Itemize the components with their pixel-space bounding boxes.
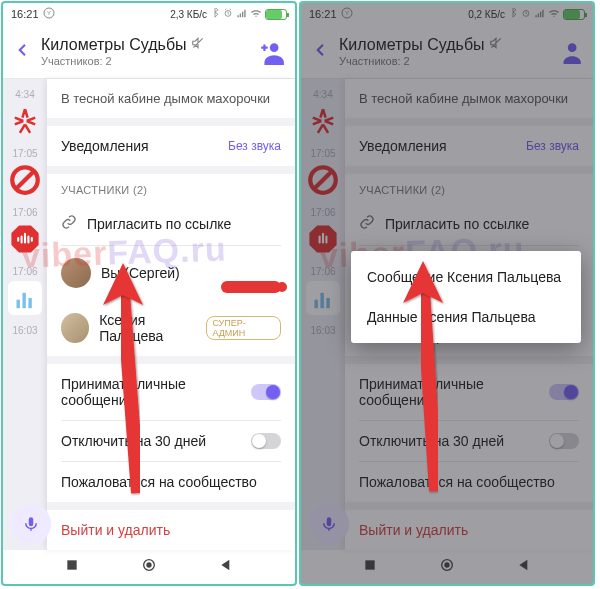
nav-home[interactable] [141,557,157,577]
peek-icon-bars [8,281,42,315]
accept-pm-label: Принимать личные сообщения [61,376,211,408]
voice-fab[interactable] [11,504,51,544]
svg-point-3 [270,43,279,52]
back-icon[interactable] [311,41,329,63]
svg-rect-26 [365,560,374,569]
mute-link[interactable]: Без звука [228,139,281,153]
peek-time: 16:03 [310,325,335,336]
info-panel: В тесной кабине дымок махорочки Уведомле… [47,79,295,550]
android-navbar [301,550,593,584]
avatar [61,313,89,343]
link-icon [61,214,77,233]
header: Километры Судьбы Участников: 2 [3,25,295,79]
invite-label: Пригласить по ссылке [385,216,529,232]
nav-back[interactable] [516,557,532,577]
invite-row[interactable]: Пригласить по ссылке [345,202,593,245]
add-member-button[interactable] [259,39,285,65]
svg-line-20 [314,171,333,190]
nav-home[interactable] [439,557,455,577]
leave-row[interactable]: Выйти и удалить [345,510,593,550]
chat-subtitle: Участников: 2 [41,55,249,67]
svg-point-13 [146,562,151,567]
accept-pm-toggle[interactable] [549,384,579,400]
participants-header: УЧАСТНИКИ (2) [47,174,295,202]
battery-icon [265,9,287,20]
status-bar: 16:21 Y 2,3 КБ/с [3,3,295,25]
superadmin-badge: СУПЕР-АДМИН [206,316,281,340]
phone-right: 16:21 Y 0,2 КБ/с Километры Судьбы Участн… [299,1,595,586]
report-label: Пожаловаться на сообщество [359,474,555,490]
peek-icon-stop [8,222,42,256]
report-row[interactable]: Пожаловаться на сообщество [345,462,593,502]
disable-30-row[interactable]: Отключить на 30 дней [47,421,295,461]
svg-rect-7 [17,300,20,309]
svg-rect-22 [315,300,318,309]
muted-icon [489,36,503,54]
svg-rect-8 [22,293,25,308]
community-description: В тесной кабине дымок махорочки [345,79,593,118]
menu-item-info[interactable]: Данные Ксения Пальцева [351,297,581,337]
wifi-icon [548,7,560,21]
report-label: Пожаловаться на сообщество [61,474,257,490]
member-row-ksenia[interactable]: Ксения Пальцева СУПЕР-АДМИН [47,300,295,356]
notifications-label: Уведомления [359,138,447,154]
chat-title: Километры Судьбы [339,36,485,54]
peek-icon-spark [8,104,42,138]
leave-row[interactable]: Выйти и удалить [47,510,295,550]
accept-pm-row[interactable]: Принимать личные сообщения [47,364,295,420]
member-context-menu: Сообщение Ксения Пальцева Данные Ксения … [351,251,581,343]
svg-rect-10 [29,517,34,526]
nav-back[interactable] [218,557,234,577]
notifications-label: Уведомления [61,138,149,154]
back-icon[interactable] [13,41,31,63]
svg-text:Y: Y [47,10,51,16]
wifi-icon [250,7,262,21]
disable-30-label: Отключить на 30 дней [61,433,206,449]
nav-recents[interactable] [362,557,378,577]
disable-30-toggle[interactable] [251,433,281,449]
status-bar: 16:21 Y 0,2 КБ/с [301,3,593,25]
invite-row[interactable]: Пригласить по ссылке [47,202,295,245]
signal-icon [236,8,247,21]
accept-pm-toggle[interactable] [251,384,281,400]
peek-icon-spark [306,104,340,138]
accept-pm-label: Принимать личные сообщения [359,376,509,408]
bluetooth-icon [508,8,518,20]
peek-icon-nosign [306,163,340,197]
disable-30-toggle[interactable] [549,433,579,449]
peek-icon-bars [306,281,340,315]
svg-rect-24 [326,298,329,308]
peek-time: 16:03 [12,325,37,336]
yandex-icon: Y [43,7,55,21]
notifications-row[interactable]: Уведомления Без звука [345,126,593,166]
peek-time: 17:06 [310,266,335,277]
svg-rect-9 [28,298,31,308]
disable-30-row[interactable]: Отключить на 30 дней [345,421,593,461]
peek-time: 17:06 [12,207,37,218]
svg-point-27 [442,560,453,571]
yandex-icon: Y [341,7,353,21]
svg-point-18 [568,43,577,52]
mute-link[interactable]: Без звука [526,139,579,153]
android-navbar [3,550,295,584]
header: Километры Судьбы Участников: 2 [301,25,593,79]
menu-item-message[interactable]: Сообщение Ксения Пальцева [351,257,581,297]
accept-pm-row[interactable]: Принимать личные сообщения [345,364,593,420]
chat-peek-strip: 4:34 17:05 17:06 17:06 16:03 [301,79,345,550]
voice-fab[interactable] [309,504,349,544]
bluetooth-icon [210,8,220,20]
nav-recents[interactable] [64,557,80,577]
link-icon [359,214,375,233]
signal-icon [534,8,545,21]
notifications-row[interactable]: Уведомления Без звука [47,126,295,166]
annotation-connector [221,281,281,293]
add-member-button[interactable] [557,39,583,65]
svg-text:Y: Y [345,10,349,16]
svg-point-17 [523,11,529,17]
battery-icon [563,9,585,20]
alarm-icon [521,8,531,20]
disable-30-label: Отключить на 30 дней [359,433,504,449]
community-description: В тесной кабине дымок махорочки [47,79,295,118]
svg-point-15 [342,8,352,18]
report-row[interactable]: Пожаловаться на сообщество [47,462,295,502]
